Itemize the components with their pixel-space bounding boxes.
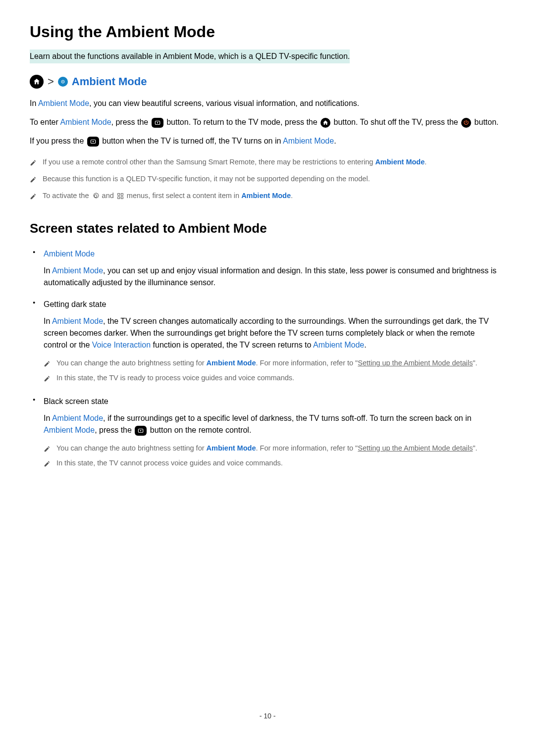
note-item: To activate the and menus, first select … [30, 188, 505, 204]
ambient-mode-link[interactable]: Ambient Mode [207, 359, 256, 367]
ambient-mode-link[interactable]: Ambient Mode [241, 192, 291, 200]
pencil-icon [44, 445, 51, 452]
svg-point-5 [93, 141, 94, 142]
pencil-icon [44, 360, 51, 367]
ambient-button-icon [87, 137, 99, 147]
note-item: In this state, the TV is ready to proces… [44, 371, 505, 386]
ambient-button-icon [152, 118, 163, 128]
page-title: Using the Ambient Mode [30, 20, 505, 44]
home-button-icon [321, 118, 330, 128]
svg-rect-8 [117, 197, 119, 199]
list-item: Ambient Mode In Ambient Mode, you can se… [44, 248, 505, 289]
paragraph-1: In Ambient Mode, you can view beautiful … [30, 98, 505, 109]
note-list: If you use a remote control other than t… [30, 154, 505, 204]
ambient-mode-link[interactable]: Ambient Mode [52, 266, 103, 275]
svg-point-3 [157, 122, 158, 123]
ambient-button-icon [135, 426, 147, 436]
setup-details-link[interactable]: Setting up the Ambient Mode details [358, 444, 473, 452]
screen-states-list: Ambient Mode In Ambient Mode, you can se… [30, 248, 505, 470]
note-item: You can change the auto brightness setti… [44, 356, 505, 371]
ambient-mode-link[interactable]: Ambient Mode [283, 137, 334, 145]
page-number: - 10 - [30, 711, 505, 721]
pencil-icon [30, 159, 37, 166]
svg-rect-9 [121, 197, 123, 199]
breadcrumb: > Ambient Mode [30, 73, 505, 90]
pencil-icon [44, 460, 51, 467]
gear-icon [92, 192, 100, 200]
home-icon [30, 75, 44, 89]
ambient-mode-link[interactable]: Ambient Mode [313, 341, 364, 349]
svg-point-1 [62, 81, 63, 82]
intro-text: Learn about the functions available in A… [30, 50, 350, 63]
setup-details-link[interactable]: Setting up the Ambient Mode details [358, 359, 473, 367]
breadcrumb-label: Ambient Mode [72, 73, 147, 90]
svg-point-11 [140, 430, 141, 431]
ambient-mode-link[interactable]: Ambient Mode [52, 414, 103, 422]
note-item: Because this function is a QLED TV-speci… [30, 171, 505, 188]
note-item: You can change the auto brightness setti… [44, 441, 505, 456]
note-item: If you use a remote control other than t… [30, 154, 505, 171]
voice-interaction-link[interactable]: Voice Interaction [92, 341, 151, 349]
paragraph-2: To enter Ambient Mode, press the button.… [30, 116, 505, 128]
list-item: Getting dark state In Ambient Mode, the … [44, 299, 505, 386]
note-item: In this state, the TV cannot process voi… [44, 456, 505, 471]
ambient-mode-link[interactable]: Ambient Mode [38, 99, 89, 107]
pencil-icon [44, 375, 51, 382]
ambient-mode-link[interactable]: Ambient Mode [375, 158, 425, 166]
ambient-mode-link[interactable]: Ambient Mode [44, 426, 95, 434]
ambient-mode-link[interactable]: Ambient Mode [60, 118, 111, 126]
pencil-icon [30, 193, 37, 200]
paragraph-3: If you press the button when the TV is t… [30, 135, 505, 147]
svg-rect-7 [121, 193, 123, 195]
section-title: Screen states related to Ambient Mode [30, 219, 505, 238]
ambient-circle-icon [58, 77, 68, 87]
ambient-mode-link[interactable]: Ambient Mode [207, 444, 256, 452]
pencil-icon [30, 176, 37, 183]
chevron-right-icon: > [48, 73, 54, 90]
ambient-mode-link[interactable]: Ambient Mode [52, 317, 103, 325]
ambient-mode-link[interactable]: Ambient Mode [44, 250, 95, 258]
power-button-icon [461, 118, 471, 128]
svg-rect-6 [117, 193, 119, 195]
list-item: Black screen state In Ambient Mode, if t… [44, 396, 505, 471]
apps-icon [116, 192, 124, 200]
